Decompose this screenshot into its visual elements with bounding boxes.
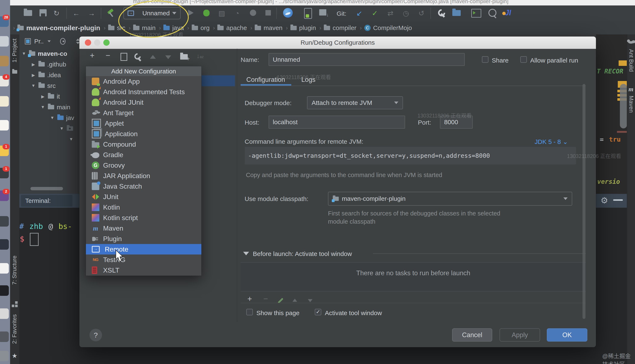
app-profiler-icon[interactable] [283,8,293,18]
configuration-type-item[interactable]: Groovy [86,160,201,170]
build-hammer-icon[interactable] [106,8,116,18]
dock-app-icon[interactable] [0,308,9,319]
wrench-icon[interactable] [438,9,446,18]
configuration-type-item[interactable]: XSLT [86,265,201,276]
tree-expand-icon[interactable]: ▼ [69,137,74,142]
command-line-args-value[interactable]: -agentlib:jdwp=transport=dt_socket,serve… [245,147,576,164]
collapse-all-icon[interactable] [75,38,79,44]
tree-row[interactable]: ▼ src [19,80,79,91]
git-update-icon[interactable]: ↙ [355,8,364,18]
breadcrumb-item[interactable]: › main [129,24,156,32]
tree-expand-icon[interactable]: ▼ [40,105,45,110]
dock-app-icon[interactable] [0,263,9,274]
configuration-type-item[interactable]: Kotlin [86,202,201,212]
tab-maven[interactable]: Maven [628,96,634,113]
macos-dock[interactable]: 28 4 1 [0,0,10,364]
breadcrumb-item[interactable]: › maven-compiler-plugin [13,24,100,32]
dock-app-icon[interactable]: 1 [0,146,9,156]
dock-app-icon[interactable]: 2 [0,190,9,201]
tree-expand-icon[interactable]: ▶ [31,62,36,67]
tree-expand-icon[interactable]: ▶ [31,72,36,78]
dock-app-icon[interactable] [0,120,9,130]
activate-tool-window-checkbox[interactable] [315,309,321,315]
remove-configuration-button[interactable]: − [106,51,110,60]
add-task-button[interactable]: + [247,294,252,303]
history-clock-icon[interactable]: ◷ [401,8,411,18]
module-classpath-select[interactable]: maven-compiler-plugin [328,192,572,206]
coverage-icon[interactable]: ▨ [217,8,227,18]
stop-icon[interactable] [265,10,271,16]
name-input[interactable]: Unnamed [268,53,465,66]
task-move-down-icon[interactable] [308,299,312,302]
git-commit-icon[interactable]: ✓ [370,8,380,18]
jdk-version-link[interactable]: JDK 5 - 8 ⌄ [535,138,568,146]
run-configuration-select[interactable]: Unnamed [124,7,181,19]
tree-expand-icon[interactable]: ▼ [22,51,27,56]
tree-expand-icon[interactable]: ▼ [31,83,36,88]
configuration-type-item[interactable]: Application [86,128,201,139]
tree-expand-icon[interactable]: ▼ [59,126,64,131]
dock-app-icon[interactable] [0,285,9,296]
sort-icon[interactable]: ↓az [197,52,204,60]
minimize-icon[interactable] [613,199,623,201]
apply-button[interactable]: Apply [500,328,540,342]
configuration-type-item[interactable]: Plugin [86,234,201,244]
dock-app-icon[interactable] [0,56,9,66]
new-folder-icon[interactable] [180,54,188,60]
before-launch-collapse-icon[interactable] [243,252,249,255]
configuration-type-item[interactable]: Compound [86,139,201,150]
gear-icon[interactable]: ⚙ [600,196,608,205]
configuration-type-item[interactable]: Java Scratch [86,181,201,192]
configuration-type-item[interactable]: Android JUnit [86,97,201,108]
tab-structure[interactable]: 7: Structure [11,256,18,285]
dialog-scrollbar[interactable] [582,84,585,319]
horizontal-scrollbar[interactable] [31,187,63,190]
dock-app-icon[interactable] [0,332,9,342]
breadcrumb-item[interactable]: › apache [213,24,247,32]
tree-expand-icon[interactable]: ▶ [40,94,45,99]
configuration-type-item[interactable]: Remote [86,244,201,254]
configuration-type-item[interactable]: JAR Application [86,170,201,181]
sdk-manager-icon[interactable] [319,9,326,16]
sync-icon[interactable]: ↻ [52,8,61,18]
dialog-titlebar[interactable]: Run/Debug Configurations [79,36,596,49]
terminal-tab[interactable]: Terminal: [21,195,73,207]
tab-favorites[interactable]: 2: Favorites [11,314,18,344]
cancel-button[interactable]: Cancel [452,328,492,342]
dock-app-icon[interactable] [0,216,9,226]
tree-row[interactable]: ▶ .idea [19,70,79,80]
rollback-icon[interactable]: ↺ [417,8,426,18]
configuration-type-item[interactable]: Android Instrumented Tests [86,87,201,97]
host-input[interactable]: localhost [268,116,405,128]
configuration-type-item[interactable]: Gradle [86,150,201,160]
tree-row[interactable]: ▼ jav [19,112,79,123]
save-icon[interactable] [40,9,47,16]
share-checkbox[interactable] [482,56,488,63]
configuration-type-item[interactable]: Maven [86,223,201,234]
dock-app-icon[interactable] [0,36,9,46]
tree-row[interactable]: ▼ [19,134,79,144]
breadcrumb-item[interactable]: › src [104,24,125,32]
git-push-icon[interactable]: ⇄ [386,8,395,18]
configuration-type-item[interactable]: Applet [86,118,201,128]
locate-icon[interactable] [60,38,66,45]
chevron-down-icon[interactable] [48,40,51,42]
breadcrumb-item[interactable]: › org [187,24,210,32]
allow-parallel-run-checkbox[interactable] [520,56,527,63]
tab-project[interactable]: 1: Project [11,38,18,62]
dock-app-icon[interactable] [0,96,9,106]
forward-icon[interactable]: → [87,8,96,18]
run-anything-icon[interactable] [471,9,481,18]
tree-row[interactable]: ▼ [19,123,79,134]
add-configuration-button[interactable]: + [90,51,95,60]
dock-app-icon[interactable] [0,239,9,250]
move-down-icon[interactable] [165,56,171,59]
configuration-type-item[interactable]: TestNG [86,254,201,265]
tree-row[interactable]: ▶ it [19,91,79,102]
dock-app-icon[interactable] [0,351,9,361]
ok-button[interactable]: OK [547,328,587,342]
project-panel-title[interactable]: Pr.. [34,38,44,45]
tree-row[interactable]: ▶ .github [19,59,79,70]
tree-expand-icon[interactable]: ▼ [50,116,55,120]
move-up-icon[interactable] [150,55,156,59]
